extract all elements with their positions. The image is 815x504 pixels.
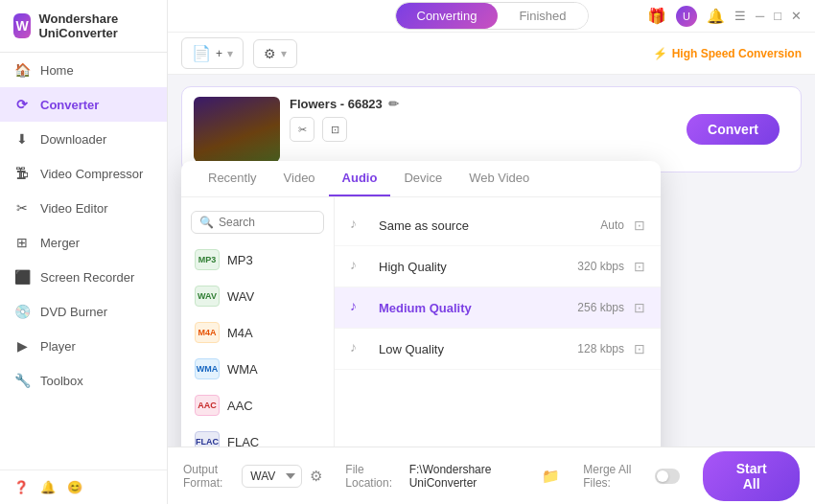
dvd-burner-icon: 💿 xyxy=(13,303,31,320)
lightning-icon: ⚡ xyxy=(653,47,667,60)
sidebar-item-screen-recorder[interactable]: ⬛ Screen Recorder xyxy=(0,260,167,294)
dropdown-tabs: Recently Video Audio Device Web Video xyxy=(181,161,661,197)
output-format-select[interactable]: WAV MP3 M4A AAC FLAC xyxy=(242,465,302,488)
merge-all-files-field: Merge All Files: xyxy=(583,463,680,490)
sidebar-item-video-compressor[interactable]: 🗜 Video Compressor xyxy=(0,156,167,191)
sidebar-item-converter[interactable]: ⟳ Converter xyxy=(0,87,167,122)
profile-icon[interactable]: 😊 xyxy=(67,480,82,494)
merger-icon: ⊞ xyxy=(13,234,31,251)
add-files-chevron: ▾ xyxy=(227,47,233,60)
quality-low[interactable]: ♪ Low Quality 128 kbps ⊡ xyxy=(335,329,661,370)
merge-label: Merge All Files: xyxy=(583,463,648,490)
quality-label-medium: Medium Quality xyxy=(379,301,567,315)
format-search[interactable]: 🔍 xyxy=(191,211,324,234)
music-note-icon-3: ♪ xyxy=(350,298,369,317)
settings-button[interactable]: ⚙ ▾ xyxy=(253,39,297,68)
sidebar-header: W Wondershare UniConverter xyxy=(0,0,167,53)
gift-icon[interactable]: 🎁 xyxy=(647,7,666,25)
format-item-wma[interactable]: WMA WMA xyxy=(181,351,334,387)
format-item-wav[interactable]: WAV WAV xyxy=(181,278,334,314)
sidebar-label-screen-recorder: Screen Recorder xyxy=(40,270,134,285)
quality-label-same: Same as source xyxy=(379,218,567,233)
action-bar: 📄 + ▾ ⚙ ▾ ⚡ High Speed Conversion xyxy=(168,33,815,75)
format-label-wav: WAV xyxy=(227,289,254,304)
add-files-label: + xyxy=(216,47,222,60)
sidebar-label-converter: Converter xyxy=(40,98,99,112)
quality-medium[interactable]: ♪ Medium Quality 256 kbps ⊡ xyxy=(335,287,661,329)
tab-audio[interactable]: Audio xyxy=(329,161,391,196)
settings-icon: ⚙ xyxy=(264,46,276,61)
tab-video[interactable]: Video xyxy=(270,161,329,196)
sidebar-label-video-editor: Video Editor xyxy=(40,201,108,216)
user-avatar[interactable]: U xyxy=(676,6,697,27)
bell-icon[interactable]: 🔔 xyxy=(707,8,725,25)
format-label-mp3: MP3 xyxy=(227,253,253,267)
sidebar-item-merger[interactable]: ⊞ Merger xyxy=(0,225,167,260)
file-card: Flowers - 66823 ✏ ✂ ⊡ Convert xyxy=(181,86,802,172)
sidebar-item-player[interactable]: ▶ Player xyxy=(0,329,167,363)
maximize-button[interactable]: □ xyxy=(774,9,781,23)
start-all-button[interactable]: Start All xyxy=(703,451,800,501)
output-format-settings-icon[interactable]: ⚙ xyxy=(310,468,322,485)
music-note-icon-1: ♪ xyxy=(350,216,369,235)
format-item-m4a[interactable]: M4A M4A xyxy=(181,314,334,351)
high-speed-conversion-button[interactable]: ⚡ High Speed Conversion xyxy=(653,47,802,60)
tab-group: Converting Finished xyxy=(395,2,589,30)
minimize-button[interactable]: ─ xyxy=(756,9,764,23)
format-dropdown: Recently Video Audio Device Web Video 🔍 xyxy=(181,161,661,447)
quality-value-same: Auto xyxy=(567,218,624,232)
quality-edit-icon-1[interactable]: ⊡ xyxy=(634,218,645,233)
file-thumbnail xyxy=(194,97,280,162)
quality-edit-icon-2[interactable]: ⊡ xyxy=(634,259,645,274)
tab-device[interactable]: Device xyxy=(390,161,455,196)
mp3-icon: MP3 xyxy=(195,249,220,270)
sidebar-item-home[interactable]: 🏠 Home xyxy=(0,53,167,87)
file-location-icon[interactable]: 📁 xyxy=(542,468,560,485)
quality-label-high: High Quality xyxy=(379,260,567,274)
quality-same-as-source[interactable]: ♪ Same as source Auto ⊡ xyxy=(335,205,661,246)
merge-toggle-switch[interactable] xyxy=(655,469,681,484)
tab-recently[interactable]: Recently xyxy=(195,161,270,196)
tab-finished[interactable]: Finished xyxy=(498,3,587,29)
file-edit-icon[interactable]: ✏ xyxy=(388,97,399,111)
menu-icon[interactable]: ☰ xyxy=(734,9,746,23)
quality-edit-icon-3[interactable]: ⊡ xyxy=(634,300,645,315)
search-input[interactable] xyxy=(219,216,315,229)
sidebar-item-downloader[interactable]: ⬇ Downloader xyxy=(0,122,167,156)
notification-icon[interactable]: 🔔 xyxy=(40,480,56,494)
quality-value-low: 128 kbps xyxy=(567,342,624,355)
convert-button[interactable]: Convert xyxy=(687,114,780,145)
sidebar-item-video-editor[interactable]: ✂ Video Editor xyxy=(0,191,167,225)
music-note-icon-4: ♪ xyxy=(350,339,369,358)
video-editor-icon: ✂ xyxy=(13,199,31,217)
main-content: Converting Finished 🎁 U 🔔 ☰ ─ □ ✕ 📄 + ▾ … xyxy=(168,0,815,504)
add-files-button[interactable]: 📄 + ▾ xyxy=(181,37,244,69)
app-name: Wondershare UniConverter xyxy=(38,11,153,40)
flac-icon: FLAC xyxy=(195,431,220,447)
tab-web-video[interactable]: Web Video xyxy=(455,161,543,196)
sidebar-item-toolbox[interactable]: 🔧 Toolbox xyxy=(0,363,167,398)
format-item-aac[interactable]: AAC AAC xyxy=(181,387,334,424)
sidebar-label-video-compressor: Video Compressor xyxy=(40,167,143,181)
m4a-icon: M4A xyxy=(195,322,220,343)
wma-icon: WMA xyxy=(195,358,220,379)
format-label-flac: FLAC xyxy=(227,435,259,447)
sidebar-item-dvd-burner[interactable]: 💿 DVD Burner xyxy=(0,294,167,329)
crop-button[interactable]: ⊡ xyxy=(322,117,347,142)
titlebar: Converting Finished 🎁 U 🔔 ☰ ─ □ ✕ xyxy=(168,0,815,33)
help-icon[interactable]: ❓ xyxy=(13,480,29,494)
tab-converting[interactable]: Converting xyxy=(396,3,499,29)
format-item-flac[interactable]: FLAC FLAC xyxy=(181,424,334,447)
quality-edit-icon-4[interactable]: ⊡ xyxy=(634,341,645,356)
scissors-button[interactable]: ✂ xyxy=(290,117,314,142)
file-name: Flowers - 66823 ✏ xyxy=(290,97,789,111)
add-files-icon: 📄 xyxy=(192,44,211,62)
close-button[interactable]: ✕ xyxy=(791,9,802,23)
thumbnail-image xyxy=(194,97,280,162)
video-compressor-icon: 🗜 xyxy=(13,165,31,182)
content-area: Flowers - 66823 ✏ ✂ ⊡ Convert Recently V… xyxy=(168,75,815,447)
toggle-knob xyxy=(657,470,668,482)
format-item-mp3[interactable]: MP3 MP3 xyxy=(181,241,334,278)
quality-high[interactable]: ♪ High Quality 320 kbps ⊡ xyxy=(335,246,661,287)
sidebar-bottom: ❓ 🔔 😊 xyxy=(0,470,167,504)
